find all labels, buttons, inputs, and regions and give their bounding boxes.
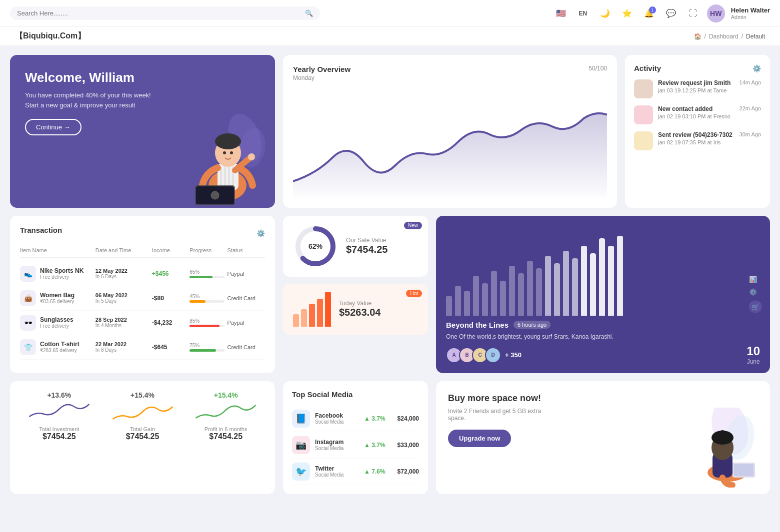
search-input[interactable] (17, 9, 301, 17)
activity-item: Review request jim Smith jan 03 19 12:25… (634, 79, 761, 98)
metric-value-1: $7454.25 (42, 432, 76, 441)
transaction-header: Item Name Date and Time Income Progress … (20, 247, 265, 258)
activity-time: 30m Ago (740, 131, 761, 137)
date-val: 22 Mar 2022 (96, 341, 152, 347)
social-name: Instagram (315, 439, 344, 446)
upgrade-button[interactable]: Upgrade now (448, 430, 511, 447)
chat-icon[interactable]: 💬 (663, 5, 679, 21)
svg-point-16 (248, 153, 255, 160)
row1: Welcome, William You have completed 40% … (10, 55, 770, 208)
sale-label: Our Sale Value (346, 237, 388, 244)
income-cell: -$4,232 (152, 319, 190, 326)
activity-card: Activity ⚙️ Review request jim Smith jan… (625, 55, 770, 208)
lang-label[interactable]: EN (575, 5, 591, 21)
beyond-footer: A B C D + 350 (446, 347, 760, 363)
beyond-time: 6 hours ago (514, 321, 550, 329)
breadcrumb-bar: 【Biqubiqu.Com】 🏠 / Dashboard / Default (0, 27, 780, 46)
metric-label-2: Total Gain (130, 426, 155, 432)
activity-item-sub: jan 03 19 12:25 PM at Tame (658, 87, 730, 93)
table-row: 👟 Nike Sports NK Free delivery 12 May 20… (20, 262, 265, 286)
beyond-actions: 📊 ⚙️ 🛒 (749, 276, 762, 313)
item-sub: ₹283.65 delivery (40, 348, 80, 353)
svg-point-18 (638, 90, 650, 98)
sparkline-3 (186, 399, 265, 424)
social-row: 🐦 Twitter Social Media ▲ 7.6% $72,000 (292, 459, 419, 485)
social-list: 📘 Facebook Social Media ▲ 3.7% $24,000 📷… (292, 406, 419, 485)
metric-label-3: Profit in 6 months (204, 426, 248, 432)
date-val: 06 May 2022 (96, 292, 152, 298)
item-name: Sunglasses (40, 316, 74, 323)
today-label: Today Value (339, 300, 380, 307)
avatar[interactable]: HW (707, 4, 725, 22)
breadcrumb: 🏠 / Dashboard / Default (694, 33, 765, 40)
progress-bar (190, 300, 224, 303)
activity-item: Sent review (504)236-7302 jan 02 19 07:3… (634, 131, 761, 150)
bar-chart (446, 226, 760, 316)
activity-settings-icon[interactable]: ⚙️ (752, 64, 761, 72)
bar-item (563, 251, 569, 316)
sale-value-card: New 62% Our Sale Value $7454.25 (283, 216, 428, 277)
status-badge: Paypal (228, 271, 265, 277)
expand-icon[interactable]: ⛶ (685, 5, 701, 21)
user-role: Admin (731, 14, 770, 20)
welcome-card: Welcome, William You have completed 40% … (10, 55, 275, 208)
bar-item (527, 261, 533, 316)
social-card: Top Social Media 📘 Facebook Social Media… (283, 381, 428, 494)
item-icon: 👜 (20, 290, 36, 306)
date-val: 12 May 2022 (96, 268, 152, 274)
social-title: Top Social Media (292, 390, 419, 399)
bar-item (617, 236, 623, 316)
dashboard-link[interactable]: Dashboard (709, 33, 738, 40)
current-page: Default (746, 33, 765, 40)
social-sub: Social Media (315, 446, 344, 451)
item-sub: ₹83.65 delivery (40, 299, 74, 304)
progress-fill (190, 325, 220, 327)
progress-fill (190, 300, 206, 303)
beyond-title: Beyond the Lines (446, 321, 508, 329)
social-name: Facebook (315, 412, 344, 419)
progress-cell: 85% (190, 318, 227, 327)
continue-button[interactable]: Continue → (25, 119, 82, 135)
sale-amount: $7454.25 (346, 244, 388, 255)
settings-icon2[interactable]: ⚙️ (749, 288, 762, 296)
social-info: Twitter Social Media (315, 465, 344, 478)
flag-icon[interactable]: 🇺🇸 (553, 5, 569, 21)
activity-title: Activity (634, 64, 661, 72)
svg-text:62%: 62% (308, 242, 323, 250)
svg-rect-36 (734, 464, 754, 476)
income-cell: -$80 (152, 295, 190, 302)
svg-point-22 (638, 142, 650, 150)
item-name: Cotton T-shirt (40, 341, 80, 348)
activity-item-title: Review request jim Smith (658, 79, 730, 86)
progress-cell: 45% (190, 294, 227, 303)
bell-icon[interactable]: 🔔 1 (641, 5, 657, 21)
sep1: / (704, 33, 706, 40)
social-pct: ▲ 3.7% (364, 415, 386, 422)
star-icon[interactable]: ⭐ (619, 5, 635, 21)
activity-avatar (634, 105, 653, 124)
item-info: 👕 Cotton T-shirt ₹283.65 delivery (20, 339, 96, 355)
dark-mode-icon[interactable]: 🌙 (597, 5, 613, 21)
yearly-title: Yearly Overview (293, 65, 350, 73)
activity-time: 22m Ago (740, 105, 761, 111)
social-amount: $33,000 (398, 442, 419, 449)
date-cell: 12 May 2022 In 6 Days (96, 268, 152, 279)
svg-point-11 (230, 151, 233, 154)
row3: +13.6% Total Investment $7454.25 +15.4% … (10, 381, 770, 494)
transaction-settings-icon[interactable]: ⚙️ (256, 229, 265, 237)
bar-item (545, 256, 551, 316)
search-bar[interactable]: 🔍 (10, 6, 320, 20)
bar-item (491, 271, 497, 316)
activity-time: 14m Ago (740, 79, 761, 85)
svg-point-9 (215, 133, 241, 149)
bar-item (572, 258, 578, 316)
chart-icon[interactable]: 📊 (749, 276, 762, 283)
progress-label: 75% (190, 343, 227, 348)
bar-item (509, 266, 515, 316)
date-sub: In 8 Days (96, 347, 152, 353)
home-icon[interactable]: 🏠 (694, 33, 702, 40)
today-value-card: Hot Today Value $5263.04 (283, 284, 428, 335)
cart-icon[interactable]: 🛒 (749, 301, 762, 313)
svg-point-19 (640, 109, 647, 116)
svg-point-14 (211, 191, 219, 199)
